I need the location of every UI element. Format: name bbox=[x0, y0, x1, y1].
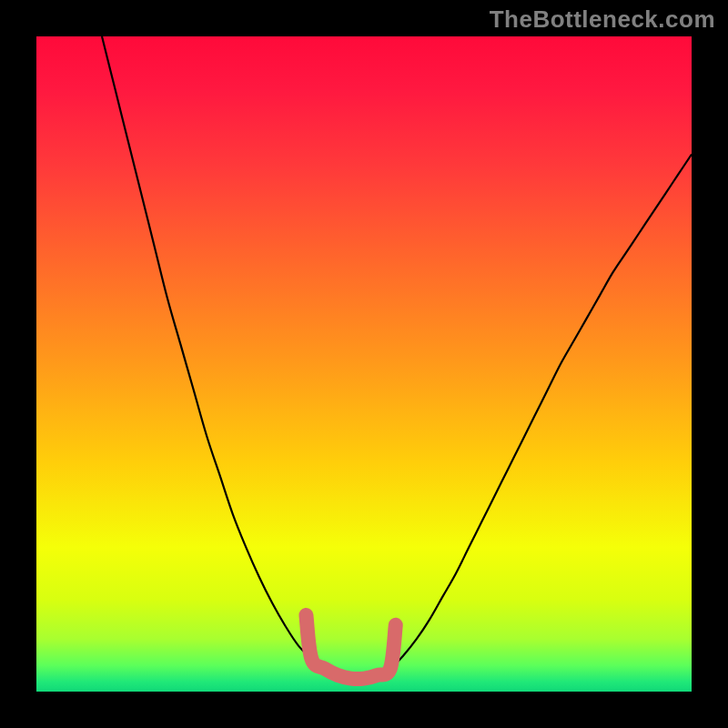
risk-gradient-background bbox=[36, 36, 692, 692]
plot-area bbox=[36, 36, 692, 692]
chart-frame: TheBottleneck.com bbox=[0, 0, 728, 728]
watermark-text: TheBottleneck.com bbox=[490, 5, 715, 34]
plot-svg bbox=[36, 36, 692, 692]
